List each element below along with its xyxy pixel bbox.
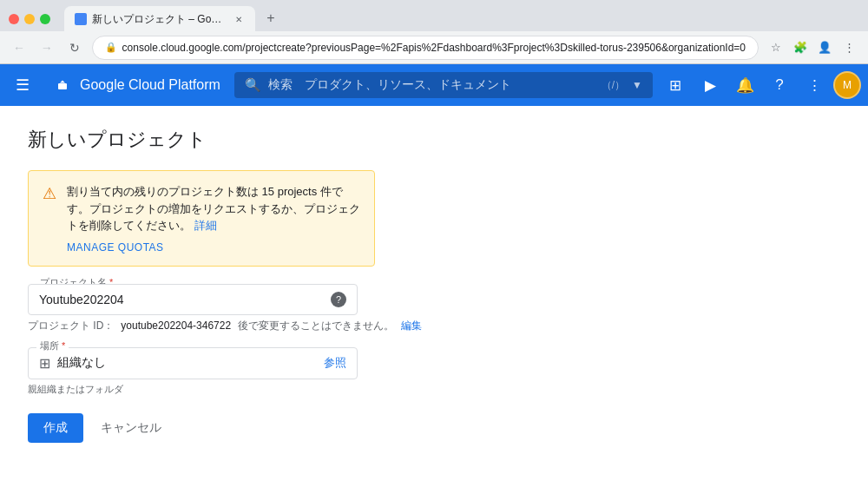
location-value: 組織なし [57,355,324,371]
project-id-value: youtube202204-346722 [121,319,231,332]
profile-button[interactable]: 👤 [814,37,835,58]
menu-button[interactable]: ⋮ [838,37,859,58]
cloud-shell-button[interactable]: ▶ [694,69,726,101]
location-field-group: 場所 * ⊞ 組織なし 参照 [28,347,358,379]
browser-action-buttons: ☆ 🧩 👤 ⋮ [766,37,859,58]
search-icon: 🔍 [245,77,261,93]
tab-favicon [75,13,87,25]
nav-right-actions: ⊞ ▶ 🔔 ? ⋮ M [660,69,861,101]
search-bar[interactable]: 🔍 検索 プロダクト、リソース、ドキュメント （/） ▼ [234,72,653,98]
browser-addressbar: ← → ↻ 🔒 console.cloud.google.com/project… [0,31,868,64]
new-tab-button[interactable]: + [259,6,283,30]
browser-frame: 新しいプロジェクト – Google Cl... ✕ + ← → ↻ 🔒 con… [0,0,868,64]
browse-link[interactable]: 参照 [324,355,346,371]
forward-button[interactable]: → [36,37,57,58]
gcp-title: Google Cloud Platform [80,77,220,93]
form-actions: 作成 キャンセル [28,413,840,443]
search-dropdown-icon: ▼ [632,79,642,91]
refresh-button[interactable]: ↻ [64,37,85,58]
search-placeholder-text: 検索 プロダクト、リソース、ドキュメント [268,77,595,93]
project-name-input[interactable] [39,293,331,306]
hamburger-menu-button[interactable]: ☰ [7,69,38,101]
gcp-navbar: ☰ Google Cloud Platform 🔍 検索 プロダクト、リソース、… [0,64,868,106]
google-cloud-icon [52,75,73,96]
help-icon[interactable]: ? [331,292,346,307]
warning-box: ⚠ 割り当て内の残りのプロジェクト数は 15 projects 件です。プロジェ… [28,170,375,267]
gcp-logo: Google Cloud Platform [45,75,227,96]
project-name-input-wrapper: ? [28,284,358,315]
project-id-label: プロジェクト ID： [28,319,114,333]
location-input-wrapper: ⊞ 組織なし 参照 [28,347,358,379]
search-shortcut: （/） [602,78,625,93]
location-hint: 親組織またはフォルダ [28,383,840,396]
edit-project-id-link[interactable]: 編集 [401,319,422,333]
url-text: console.cloud.google.com/projectcreate?p… [122,42,746,54]
settings-button[interactable]: ⋮ [799,69,830,101]
page-title: 新しいプロジェクト [28,127,840,153]
project-id-note: 後で変更することはできません。 [238,319,394,333]
apps-button[interactable]: ⊞ [660,69,691,101]
warning-content: 割り当て内の残りのプロジェクト数は 15 projects 件です。プロジェクト… [67,183,360,254]
manage-quotas-link[interactable]: MANAGE QUOTAS [67,241,360,254]
user-avatar[interactable]: M [833,71,861,99]
back-button[interactable]: ← [9,37,30,58]
cancel-button[interactable]: キャンセル [97,413,165,443]
browser-tabs: 新しいプロジェクト – Google Cl... ✕ + [64,6,283,32]
bookmark-button[interactable]: ☆ [766,37,786,58]
tab-close-button[interactable]: ✕ [233,13,245,25]
main-content: 新しいプロジェクト ⚠ 割り当て内の残りのプロジェクト数は 15 project… [0,106,868,494]
tab-title: 新しいプロジェクト – Google Cl... [92,12,227,27]
organization-icon: ⊞ [39,355,50,372]
detail-link[interactable]: 詳細 [194,219,217,232]
address-bar[interactable]: 🔒 console.cloud.google.com/projectcreate… [92,36,759,60]
lock-icon: 🔒 [105,42,117,53]
minimize-button[interactable] [24,14,35,24]
project-id-row: プロジェクト ID： youtube202204-346722 後で変更すること… [28,319,840,333]
active-tab[interactable]: 新しいプロジェクト – Google Cl... ✕ [64,6,255,32]
create-button[interactable]: 作成 [28,413,83,443]
close-button[interactable] [9,14,19,24]
project-name-field-group: プロジェクト名 * ? [28,284,358,315]
notifications-button[interactable]: 🔔 [729,69,760,101]
warning-icon: ⚠ [43,184,56,254]
window-controls [9,14,50,24]
maximize-button[interactable] [40,14,50,24]
svg-rect-0 [58,83,67,89]
help-button[interactable]: ? [764,69,795,101]
warning-text: 割り当て内の残りのプロジェクト数は 15 projects 件です。プロジェクト… [67,185,360,232]
extensions-button[interactable]: 🧩 [790,37,811,58]
browser-titlebar: 新しいプロジェクト – Google Cl... ✕ + [0,0,868,31]
